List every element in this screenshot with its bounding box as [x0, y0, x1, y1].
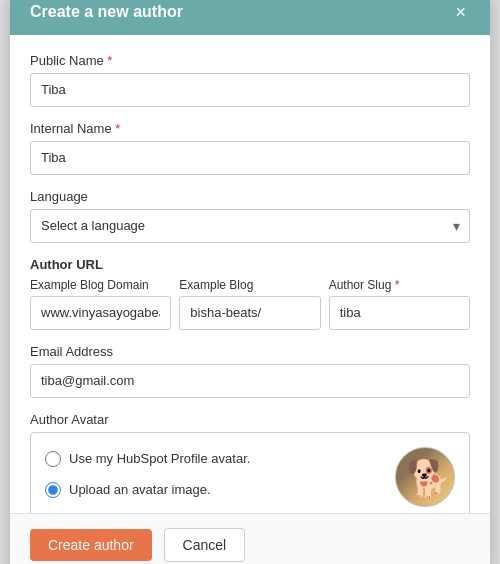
example-blog-input[interactable]: [179, 296, 320, 330]
author-url-section: Author URL Example Blog Domain Example B…: [30, 257, 470, 330]
example-blog-domain-col: Example Blog Domain: [30, 278, 171, 330]
avatar-option1-text: Use my HubSpot Profile avatar.: [69, 451, 250, 466]
internal-name-group: Internal Name *: [30, 121, 470, 175]
modal-title: Create a new author: [30, 3, 183, 21]
email-group: Email Address: [30, 344, 470, 398]
avatar-options: Use my HubSpot Profile avatar. Upload an…: [45, 451, 250, 503]
create-author-modal: Create a new author × Public Name * Inte…: [10, 0, 490, 564]
internal-name-label: Internal Name *: [30, 121, 470, 136]
modal-body: Public Name * Internal Name * Language S…: [10, 35, 490, 513]
author-url-label: Author URL: [30, 257, 470, 272]
avatar-group: Author Avatar Use my HubSpot Profile ava…: [30, 412, 470, 513]
modal-footer: Create author Cancel: [10, 513, 490, 565]
avatar-hubspot-radio[interactable]: [45, 451, 61, 467]
language-label: Language: [30, 189, 470, 204]
email-input[interactable]: [30, 364, 470, 398]
public-name-label: Public Name *: [30, 53, 470, 68]
author-slug-label: Author Slug *: [329, 278, 470, 292]
avatar-upload-radio[interactable]: [45, 482, 61, 498]
example-blog-domain-input[interactable]: [30, 296, 171, 330]
example-blog-label: Example Blog: [179, 278, 320, 292]
public-name-group: Public Name *: [30, 53, 470, 107]
avatar-box: Use my HubSpot Profile avatar. Upload an…: [30, 432, 470, 513]
url-row: Example Blog Domain Example Blog Author …: [30, 278, 470, 330]
avatar-option2-text: Upload an avatar image.: [69, 482, 211, 497]
language-select-wrapper: Select a language English Spanish French: [30, 209, 470, 243]
close-button[interactable]: ×: [451, 3, 470, 21]
avatar-option2-label[interactable]: Upload an avatar image.: [45, 482, 250, 498]
internal-name-input[interactable]: [30, 141, 470, 175]
public-name-input[interactable]: [30, 73, 470, 107]
modal-header: Create a new author ×: [10, 0, 490, 35]
avatar-label: Author Avatar: [30, 412, 470, 427]
example-blog-domain-label: Example Blog Domain: [30, 278, 171, 292]
cancel-button[interactable]: Cancel: [164, 528, 246, 562]
create-author-button[interactable]: Create author: [30, 529, 152, 561]
email-label: Email Address: [30, 344, 470, 359]
author-slug-input[interactable]: [329, 296, 470, 330]
author-slug-col: Author Slug *: [329, 278, 470, 330]
language-select[interactable]: Select a language English Spanish French: [30, 209, 470, 243]
example-blog-col: Example Blog: [179, 278, 320, 330]
avatar-option1-label[interactable]: Use my HubSpot Profile avatar.: [45, 451, 250, 467]
avatar-preview: [395, 447, 455, 507]
language-group: Language Select a language English Spani…: [30, 189, 470, 243]
